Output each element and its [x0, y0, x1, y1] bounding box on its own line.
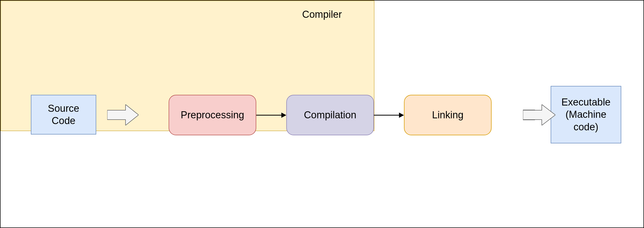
linking-label: Linking	[432, 109, 463, 121]
executable-label: Executable(Machinecode)	[561, 96, 611, 133]
arrow-right-icon	[256, 112, 286, 118]
diagram-frame: SourceCode Compiler Preprocessing Compil…	[0, 0, 644, 228]
compilation-label: Compilation	[304, 109, 356, 121]
preprocessing-stage-box: Preprocessing	[169, 95, 256, 135]
arrow-block-icon	[107, 104, 139, 125]
compilation-stage-box: Compilation	[286, 95, 374, 135]
arrow-block-icon	[523, 104, 555, 125]
compiler-label: Compiler	[1, 9, 643, 20]
linking-stage-box: Linking	[404, 95, 492, 135]
arrow-right-icon	[374, 112, 404, 118]
source-code-box: SourceCode	[31, 95, 96, 135]
source-code-label: SourceCode	[48, 102, 79, 127]
executable-box: Executable(Machinecode)	[551, 86, 621, 143]
preprocessing-label: Preprocessing	[181, 109, 244, 121]
